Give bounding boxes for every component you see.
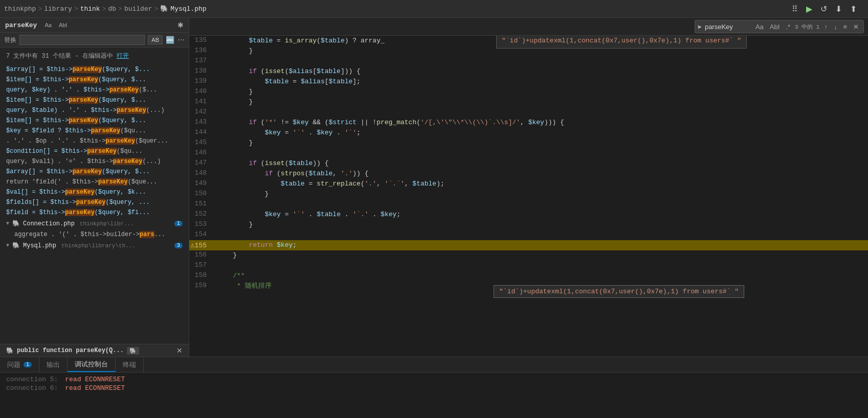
run-button[interactable]: ▶ <box>805 3 813 15</box>
code-line-154: 154 "`id`)+updatexml(1,concat(0x7,user()… <box>189 230 868 240</box>
code-line-147: 147 if (isset($table)) { <box>189 158 868 169</box>
search-term-title: parseKey <box>5 21 37 29</box>
sidebar-bottom: 🐘 public function parseKey(Q... 🐘 ✕ <box>0 344 189 357</box>
search-summary: 7 文件中有 31 个结果 - 在编辑器中 打开 <box>0 48 189 64</box>
grid-icon-button[interactable]: ⠿ <box>791 3 799 15</box>
group-result-count: 3 <box>174 243 183 248</box>
editor-area: ▶ Aa AbI .* 3 中的 1 ↑ ↓ ≡ ✕ 135 $table = … <box>189 18 868 357</box>
list-item[interactable]: query, $key) . '.' . $this->parseKey($..… <box>0 85 189 95</box>
code-line-139: 139 $table = $alias[$table]; <box>189 77 868 87</box>
top-icon-bar: ⠿ ▶ ↺ ⬇ ⬆ <box>791 3 858 15</box>
editor-search-input[interactable] <box>705 23 751 31</box>
list-item[interactable]: $condition[] = $this->parseKey($qu... <box>0 146 189 156</box>
step-up-button[interactable]: ⬆ <box>849 3 858 15</box>
bottom-panel: 问题 1 输出 调试控制台 终端 connection 5: read ECON… <box>0 357 868 418</box>
code-line-157: 157 <box>189 261 868 271</box>
code-line-150: 150 } <box>189 189 868 199</box>
code-line-143: 143 if ('*' != $key && ($strict || !preg… <box>189 118 868 128</box>
list-item[interactable]: $item[] = $this->parseKey($query, $... <box>0 115 189 126</box>
tab-debug-console[interactable]: 调试控制台 <box>68 357 116 372</box>
list-item[interactable]: $fields[] = $this->parseKey($query, ... <box>0 197 189 207</box>
code-line-152: 152 $key = '`' . $table . '`.' . $key; <box>189 210 868 220</box>
breadcrumb-sep: > <box>154 5 159 13</box>
next-match-btn[interactable]: ↓ <box>832 22 839 31</box>
open-in-editor-link[interactable]: 打开 <box>117 53 129 60</box>
group-chevron-icon: ▼ <box>6 243 9 248</box>
replace-label: 替换 <box>4 36 16 44</box>
top-bar: thinkphp > library > think > db > builde… <box>0 0 868 18</box>
group-mysql-php[interactable]: ▼ 🐘 Mysql.php thinkphp\library\th... 3 <box>0 240 189 251</box>
code-line-145: 145 } <box>189 138 868 148</box>
list-item[interactable]: query, $val1) . '=' . $this->parseKey(..… <box>0 156 189 167</box>
select-all-matches-btn[interactable]: ≡ <box>841 22 849 31</box>
close-sidebar-button[interactable]: ✕ <box>176 346 183 355</box>
replace-icon-button[interactable]: 🔤 <box>166 36 174 44</box>
case-sensitive-search-btn[interactable]: Aa <box>754 22 765 31</box>
pin-button[interactable]: ✱ <box>177 21 184 29</box>
console-error-1: connection 5: read ECONNRESET <box>6 376 862 383</box>
more-button[interactable]: ⋯ <box>177 36 185 44</box>
list-item[interactable]: query, $table) . '.' . $this->parseKey(.… <box>0 105 189 115</box>
list-item[interactable]: $item[] = $this->parseKey($query, $... <box>0 75 189 85</box>
tab-terminal[interactable]: 终端 <box>116 357 144 372</box>
list-item[interactable]: $item[] = $this->parseKey($query, $... <box>0 95 189 105</box>
sidebar-options: Aa AbI <box>42 21 70 29</box>
tab-problems[interactable]: 问题 1 <box>0 357 39 372</box>
list-item[interactable]: $array[] = $this->parseKey($query, $... <box>0 167 189 177</box>
replace-input[interactable] <box>19 35 145 45</box>
sidebar-search-results: parseKey Aa AbI ✱ 替换 AB 🔤 ⋯ 7 文件中有 31 个结… <box>0 18 189 357</box>
search-arrow-icon: ▶ <box>698 23 702 31</box>
file-type-icon: 🐘 <box>160 5 168 13</box>
parse-key-badge: 🐘 <box>127 347 139 355</box>
breadcrumb-sep: > <box>118 5 122 13</box>
breadcrumb-sep: > <box>74 5 78 13</box>
group-file-icon: 🐘 <box>12 220 20 227</box>
search-result-count: 3 中的 1 <box>795 23 819 31</box>
file-type-icon-bottom: 🐘 <box>6 347 14 355</box>
whole-word-button[interactable]: AbI <box>56 21 70 29</box>
warning-icon: ⚠ <box>190 241 194 249</box>
list-item[interactable]: $array[] = $this->parseKey($query, $... <box>0 64 189 75</box>
code-table: 135 $table = is_array($table) ? array_ 1… <box>189 36 868 291</box>
group-file-name: Mysql.php <box>23 242 56 249</box>
code-line-140: 140 } <box>189 87 868 97</box>
group-connection-php[interactable]: ▼ 🐘 Connection.php thinkphp\libr... 1 <box>0 218 189 229</box>
whole-word-search-btn[interactable]: AbI <box>768 22 782 31</box>
breadcrumb-sep: > <box>38 5 42 13</box>
code-line-137: 137 <box>189 56 868 66</box>
close-search-btn[interactable]: ✕ <box>852 22 860 31</box>
case-sensitive-button[interactable]: Aa <box>42 21 54 29</box>
problems-badge: 1 <box>24 362 32 367</box>
tab-output[interactable]: 输出 <box>39 357 68 372</box>
list-item[interactable]: . '.' . $op . '.' . $this->parseKey($que… <box>0 136 189 146</box>
results-list: $array[] = $this->parseKey($query, $... … <box>0 64 189 344</box>
code-line-158: 158 /** <box>189 271 868 281</box>
list-item[interactable]: aggregate . '(' . $this->builder->pars..… <box>0 229 189 240</box>
code-line-155-highlighted: ⚠155 return $key; <box>189 240 868 250</box>
list-item[interactable]: $field = $this->parseKey($query, $fi... <box>0 207 189 218</box>
group-file-path: thinkphp\library\th... <box>61 243 136 249</box>
code-line-151: 151 <box>189 199 868 210</box>
breadcrumb: thinkphp > library > think > db > builde… <box>4 5 791 13</box>
restart-button[interactable]: ↺ <box>819 3 828 15</box>
group-file-icon: 🐘 <box>12 242 20 249</box>
group-result-count: 1 <box>174 221 183 226</box>
group-chevron-icon: ▼ <box>6 221 9 226</box>
code-editor[interactable]: 135 $table = is_array($table) ? array_ 1… <box>189 36 868 357</box>
list-item[interactable]: return 'field(' . $this->parseKey($que..… <box>0 177 189 187</box>
prev-match-btn[interactable]: ↑ <box>822 22 829 31</box>
code-line-141: 141 } <box>189 97 868 107</box>
sql-injection-tooltip: "`id`)+updatexml(1,concat(0x7,user(),0x7… <box>494 285 744 298</box>
code-line-149: 149 $table = str_replace('.', '`.`', $ta… <box>189 179 868 189</box>
hover-tooltip: "`id`)+updatexml(1,concat(0x7,user(),0x7… <box>496 36 747 49</box>
list-item[interactable]: $key = $field ? $this->parseKey($qu... <box>0 126 189 136</box>
regex-search-btn[interactable]: .* <box>784 22 792 31</box>
ab-case-button[interactable]: AB <box>148 35 163 44</box>
list-item[interactable]: $val[] = $this->parseKey($query, $k... <box>0 187 189 197</box>
step-over-button[interactable]: ⬇ <box>834 3 843 15</box>
breadcrumb-part: library <box>44 5 72 13</box>
code-line-142: 142 <box>189 107 868 118</box>
breadcrumb-part: think <box>80 5 100 13</box>
current-function-label: public function parseKey(Q... <box>17 347 124 354</box>
main-area: parseKey Aa AbI ✱ 替换 AB 🔤 ⋯ 7 文件中有 31 个结… <box>0 18 868 357</box>
